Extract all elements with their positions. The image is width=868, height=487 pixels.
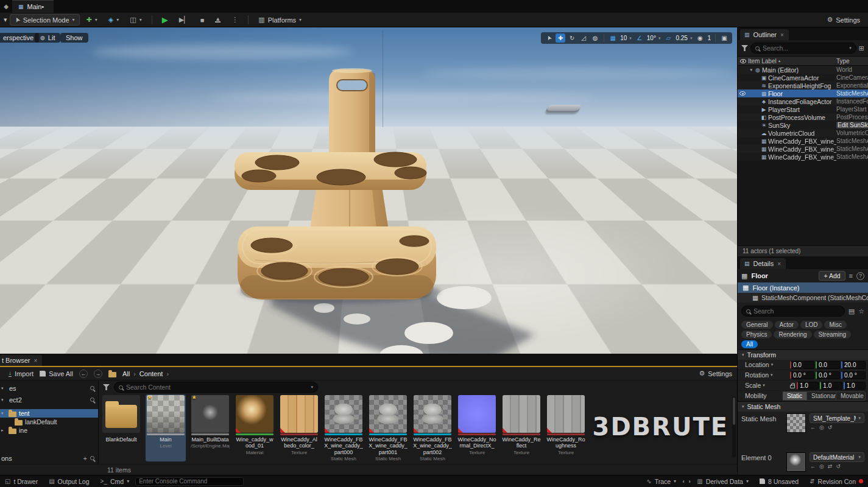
vertical-scrollbar[interactable] [732,396,736,457]
category-filter-chip[interactable]: Actor [775,321,799,329]
use-selected-asset-icon[interactable]: ← [810,424,816,430]
asset-tile[interactable]: WineCaddy_FBX_wine_caddy_part002 Static … [412,394,453,461]
category-filter-chip[interactable]: General [741,321,773,329]
settings-button[interactable]: ⚙ Settings [822,15,864,25]
mobility-option[interactable]: Movable [836,391,866,401]
scale-x-field[interactable]: 1.0 [797,382,819,390]
play-options-button[interactable]: ⋮ [227,15,242,25]
mobility-option[interactable]: Stationary [807,391,836,401]
component-row[interactable]: ▦ StaticMeshComponent (StaticMeshCompone… [738,293,868,303]
expander-icon[interactable]: ▾ [747,68,753,72]
sidebar-item-engine[interactable]: ▸ ine [0,426,98,435]
scale-y-field[interactable]: 1.0 [820,382,842,390]
swap-icon[interactable]: ⇄ [828,463,833,469]
content-browser-tab[interactable]: t Browser × [0,355,42,366]
outliner-row[interactable]: ☁ VolumetricCloud VolumetricCloud [738,129,868,137]
category-filter-chip[interactable]: All [741,340,758,348]
add-component-button[interactable]: + Add [819,271,845,281]
sidebar-item-blankdefault[interactable]: lankDefault [0,418,98,426]
filter-icon[interactable] [741,45,748,51]
outliner-settings-icon[interactable]: ⊞ [859,44,864,52]
static-mesh-dropdown[interactable]: SM_Template_M ▾ [810,413,864,423]
maximize-viewport-icon[interactable]: ▣ [719,33,729,43]
favorites-icon[interactable]: ☆ [858,307,864,315]
details-search-input[interactable] [753,307,840,315]
outliner-row[interactable]: ▦ WineCaddy_FBX_wine_caddy_ StaticMeshAc… [738,153,868,161]
location-label[interactable]: Location▾ [745,361,790,368]
close-icon[interactable]: × [780,32,784,38]
search-icon[interactable] [90,398,94,402]
details-search-box[interactable] [741,306,845,317]
asset-tile[interactable]: WineCaddy_Roughness Texture [546,394,586,461]
frame-skip-button[interactable]: ▶▏ [175,15,194,25]
save-all-button[interactable]: Save All [40,370,73,377]
scale-tool-icon[interactable]: ◿ [579,33,588,43]
asset-tile[interactable]: WineCaddy_FBX_wine_caddy_part001 Static … [368,394,408,461]
location-x-field[interactable]: 0.0 [790,361,814,369]
project-section[interactable]: ▾ ect2 [0,394,98,405]
category-filter-chip[interactable]: Streaming [814,331,852,338]
favorites-section[interactable]: ▾ es [0,382,98,394]
asset-tile[interactable]: WineCaddy_Normal_DirectX_ Texture [457,394,497,461]
search-icon[interactable] [90,386,94,390]
actor-instance-row[interactable]: ▦ Floor (Instance) [738,282,868,293]
expander-icon[interactable]: ▾ [1,411,6,416]
back-icon[interactable]: ← [79,370,88,378]
sidebar-item-content[interactable]: ▾ tent [0,409,98,418]
content-drawer-button[interactable]: ◱ t Drawer [0,478,43,485]
outliner-row[interactable]: ▦ Floor StaticMeshActor [738,89,868,97]
camera-speed-icon[interactable]: ◉ [695,33,705,43]
reset-icon[interactable]: ↺ [836,463,841,469]
stop-button[interactable]: ■ [196,15,209,25]
outliner-search-input[interactable] [763,44,846,52]
category-filter-chip[interactable]: Physics [741,331,772,338]
lock-icon[interactable] [790,385,795,388]
content-search-input[interactable] [126,384,308,391]
rotation-label[interactable]: Rotation▾ [745,371,790,379]
outliner-row[interactable]: ☀ SunSky Edit SunSky [738,121,868,129]
visibility-toggle[interactable] [738,91,747,96]
scale-snap-value[interactable]: 0.25 [675,35,688,41]
scale-label[interactable]: Scale▾ [745,382,790,389]
output-log-button[interactable]: ▤ Output Log [44,478,94,485]
blueprints-button[interactable]: ◈ ▾ [104,15,123,25]
asset-tile[interactable]: WineCaddy_Reflect Texture [501,394,542,461]
location-y-field[interactable]: 0.0 [816,361,840,369]
import-button[interactable]: ↓ Import [9,370,34,377]
outliner-row[interactable]: ▦ WineCaddy_FBX_wine_caddy_ StaticMeshAc… [738,145,868,153]
trace-button[interactable]: ∿ Trace ▾ [641,478,681,485]
asset-tile[interactable]: Main Level [146,394,186,461]
settings-sliders-icon[interactable]: ≡ [849,272,853,279]
show-flags-button[interactable]: Show [60,33,88,43]
asset-tile[interactable]: Wine_caddy_wood_01 Material [235,394,275,461]
type-column[interactable]: Type [836,58,868,65]
content-search-box[interactable]: ▾ [114,382,318,393]
outliner-row[interactable]: ♣ InstancedFoliageActor InstancedFoliage… [738,97,868,105]
rotation-x-field[interactable]: 0.0 ° [790,371,814,379]
angle-snap-icon[interactable]: ∠ [635,33,644,43]
property-matrix-icon[interactable]: ▤ [849,307,855,315]
level-tab[interactable]: ▦ Main• [12,0,54,13]
details-tab[interactable]: ▤ Details × [740,258,786,269]
outliner-row[interactable]: ◧ PostProcessVolume PostProcessVolume [738,113,868,121]
asset-tile[interactable]: Main_BuiltData /Script/Engine.MapBu [190,394,230,461]
platforms-button[interactable]: ▥ Platforms ▾ [254,15,306,25]
camera-speed-value[interactable]: 1 [707,35,711,41]
use-selected-asset-icon[interactable]: ← [810,463,816,469]
transform-section-header[interactable]: ▾ Transform [738,349,868,360]
static-mesh-section-header[interactable]: ▾ Static Mesh [738,401,868,412]
outliner-row[interactable]: ≋ ExponentialHeightFog ExponentialHeight… [738,82,868,89]
revision-control-button[interactable]: ⇵ Revision Con [805,478,868,485]
outliner-row[interactable]: ▣ CineCameraActor CineCameraActor [738,74,868,82]
wine-caddy-model[interactable] [224,65,556,354]
material-thumbnail[interactable] [786,452,806,472]
unsaved-button[interactable]: 8 Unsaved [755,478,803,485]
category-filter-chip[interactable]: Misc [824,321,847,329]
help-icon[interactable]: ? [856,272,864,280]
static-mesh-thumbnail[interactable] [786,413,806,433]
breadcrumb-content[interactable]: Content [139,370,163,377]
view-mode-button[interactable]: ◍ Lit [35,33,60,43]
outliner-search-box[interactable]: ▾ [750,43,856,54]
reset-icon[interactable]: ↺ [828,424,833,430]
add-collection-icon[interactable]: + [83,455,87,462]
